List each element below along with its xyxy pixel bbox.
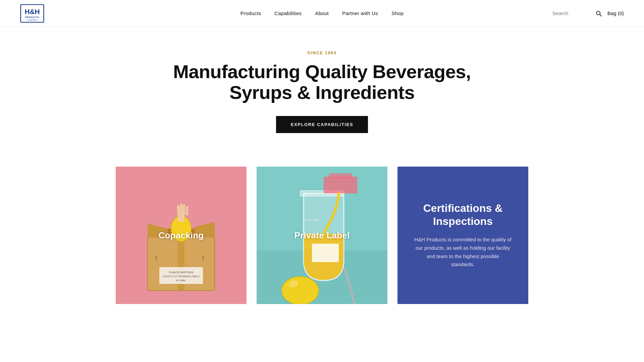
svg-text:COMPANY: COMPANY: [26, 19, 38, 21]
nav-links: Products Capabilities About Partner with…: [240, 10, 404, 16]
svg-rect-41: [324, 177, 357, 193]
logo[interactable]: H&H PRODUCTS COMPANY: [20, 3, 44, 23]
search-button[interactable]: [595, 10, 602, 17]
svg-text:↑: ↑: [201, 253, 205, 262]
cert-desc: H&H Products is committed to the quality…: [414, 236, 512, 269]
svg-text:PLASTIC BOTTLES: PLASTIC BOTTLES: [169, 271, 193, 274]
navbar: H&H PRODUCTS COMPANY Products Capabiliti…: [0, 0, 644, 27]
svg-rect-36: [312, 244, 339, 262]
svg-text:↑: ↑: [154, 253, 158, 262]
nav-item-shop[interactable]: Shop: [391, 10, 404, 16]
nav-right: Bag (0): [552, 10, 624, 17]
svg-rect-42: [329, 173, 352, 178]
search-input[interactable]: [552, 10, 593, 16]
private-label-card[interactable]: 900 700 500 Private Label: [257, 167, 387, 304]
nav-item-partner[interactable]: Partner with Us: [342, 10, 378, 16]
svg-text:H&H: H&H: [24, 8, 40, 15]
svg-rect-25: [183, 204, 185, 215]
nav-item-about[interactable]: About: [315, 10, 329, 16]
certifications-card[interactable]: Certifications & Inspections H&H Product…: [397, 167, 528, 304]
explore-capabilities-button[interactable]: EXPLORE CAPABILITIES: [276, 116, 368, 133]
svg-text:4:1 GAL.: 4:1 GAL.: [176, 279, 186, 282]
nav-item-capabilities[interactable]: Capabilities: [274, 10, 302, 16]
search-icon: [595, 10, 602, 17]
svg-rect-24: [180, 203, 182, 215]
svg-text:PRODUCTS: PRODUCTS: [25, 16, 39, 18]
svg-text:900: 900: [314, 219, 319, 222]
nav-item-products[interactable]: Products: [240, 10, 261, 16]
hero-section: SINCE 1964 Manufacturing Quality Beverag…: [0, 27, 644, 153]
hero-since: SINCE 1964: [20, 50, 624, 55]
private-label-label: Private Label: [294, 230, 350, 241]
svg-text:DO NOT CUT OR BREAK LABELS: DO NOT CUT OR BREAK LABELS: [163, 275, 200, 278]
cert-title: Certifications & Inspections: [414, 202, 512, 228]
bag-button[interactable]: Bag (0): [607, 10, 624, 16]
svg-rect-23: [177, 205, 179, 215]
cards-section: PLASTIC BOTTLES DO NOT CUT OR BREAK LABE…: [0, 153, 644, 324]
copacking-card[interactable]: PLASTIC BOTTLES DO NOT CUT OR BREAK LABE…: [116, 167, 247, 304]
svg-rect-26: [186, 206, 188, 216]
svg-line-5: [600, 14, 601, 16]
copacking-label: Copacking: [158, 230, 204, 241]
hero-title: Manufacturing Quality Beverages, Syrups …: [154, 61, 490, 103]
search-area: [552, 10, 602, 17]
